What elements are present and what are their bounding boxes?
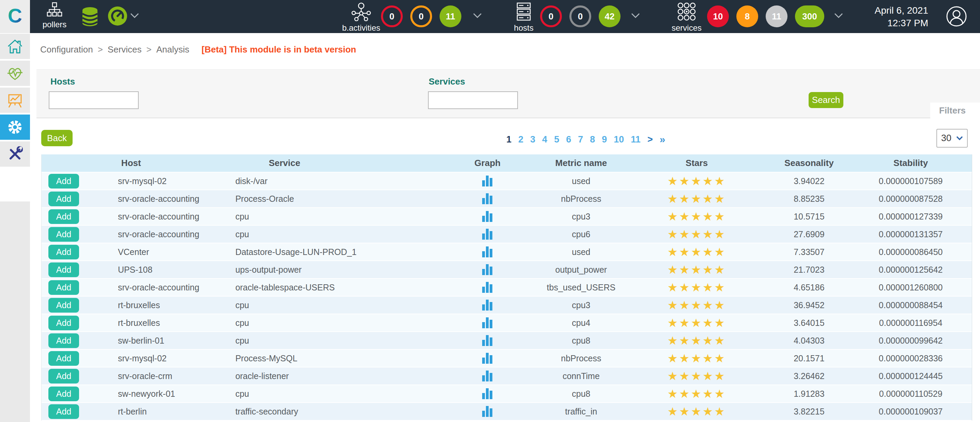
add-button[interactable]: Add xyxy=(48,351,79,366)
b.activities-badge-fill-green[interactable]: 11 xyxy=(439,5,461,27)
search-button[interactable]: Search xyxy=(808,92,843,108)
hosts-badge-ring-red[interactable]: 0 xyxy=(540,5,562,27)
add-button[interactable]: Add xyxy=(48,263,79,277)
select-chevron-down-icon xyxy=(956,136,963,140)
add-button[interactable]: Add xyxy=(48,209,79,224)
services-badge-fill-gray[interactable]: 11 xyxy=(766,5,788,27)
back-button[interactable]: Back xyxy=(41,130,73,146)
add-button[interactable]: Add xyxy=(48,316,79,330)
stability-cell: 0.000000028336 xyxy=(850,350,972,367)
page-link-5[interactable]: 5 xyxy=(554,134,559,145)
page-link-2[interactable]: 2 xyxy=(518,134,523,145)
page-link-3[interactable]: 3 xyxy=(530,134,535,145)
next-page-button[interactable]: > xyxy=(648,134,653,145)
breadcrumb-analysis[interactable]: Analysis xyxy=(156,44,189,55)
hosts-badge-ring-gray[interactable]: 0 xyxy=(570,5,591,27)
gauge-status-icon[interactable] xyxy=(108,6,127,26)
beta-notice: [Beta] This module is in beta version xyxy=(202,44,356,55)
add-button[interactable]: Add xyxy=(48,333,79,348)
pollers-chevron-down-icon[interactable] xyxy=(130,13,139,18)
page-link-1[interactable]: 1 xyxy=(506,134,511,145)
graph-icon[interactable] xyxy=(482,246,494,258)
services-chevron-down-icon[interactable] xyxy=(834,13,843,18)
host-cell: srv-oracle-accounting xyxy=(100,190,225,207)
add-button[interactable]: Add xyxy=(48,369,79,384)
app-logo[interactable]: C xyxy=(0,0,30,33)
page-link-8[interactable]: 8 xyxy=(590,134,595,145)
table-row: Add srv-mysql-02 Process-MySQL nbProcess… xyxy=(41,350,972,367)
page-link-7[interactable]: 7 xyxy=(578,134,583,145)
ba-entity[interactable]: b.activities xyxy=(341,2,382,33)
graph-icon[interactable] xyxy=(482,299,494,311)
hosts-badges: 0042 xyxy=(540,5,620,27)
services-filter-input[interactable] xyxy=(428,91,518,109)
metric-cell: cpu8 xyxy=(538,332,625,349)
add-button[interactable]: Add xyxy=(48,280,79,295)
add-button[interactable]: Add xyxy=(48,245,79,260)
sidebar-item-reporting[interactable] xyxy=(0,88,30,113)
services-badge-fill-orange[interactable]: 8 xyxy=(737,5,758,27)
host-cell: VCenter xyxy=(100,244,225,260)
graph-icon[interactable] xyxy=(482,405,494,417)
hosts-badge-fill-green[interactable]: 42 xyxy=(599,5,620,27)
hosts-chevron-down-icon[interactable] xyxy=(631,13,640,18)
sidebar-item-configuration[interactable] xyxy=(0,115,30,140)
pollers-entity[interactable]: pollers xyxy=(40,2,69,29)
ba-chevron-down-icon[interactable] xyxy=(473,13,482,18)
add-button[interactable]: Add xyxy=(48,191,79,206)
page-link-9[interactable]: 9 xyxy=(602,134,607,145)
page-link-6[interactable]: 6 xyxy=(566,134,571,145)
add-button[interactable]: Add xyxy=(48,227,79,242)
table-body: Add srv-mysql-02 disk-/var used ★★★★★ 3.… xyxy=(41,172,972,420)
metric-cell: cpu3 xyxy=(538,208,625,225)
stability-cell: 0.000000124445 xyxy=(850,368,972,384)
graph-icon[interactable] xyxy=(482,370,494,382)
add-button[interactable]: Add xyxy=(48,174,79,188)
graph-icon[interactable] xyxy=(482,210,494,223)
graph-icon[interactable] xyxy=(482,175,494,187)
sidebar-item-home[interactable] xyxy=(0,34,30,59)
page-size-value: 30 xyxy=(941,133,951,143)
graph-icon[interactable] xyxy=(482,193,494,205)
database-status-icon[interactable] xyxy=(81,7,99,27)
sidebar-item-monitoring[interactable] xyxy=(0,61,30,86)
add-button[interactable]: Add xyxy=(48,387,79,401)
graph-icon[interactable] xyxy=(482,388,494,400)
last-page-button[interactable]: » xyxy=(660,134,665,145)
header-graph: Graph xyxy=(438,154,538,172)
metric-cell: cpu4 xyxy=(538,314,625,331)
page-link-10[interactable]: 10 xyxy=(614,134,624,145)
hosts-filter-input[interactable] xyxy=(49,91,139,109)
user-avatar-icon[interactable] xyxy=(946,6,967,27)
graph-icon[interactable] xyxy=(482,334,494,347)
home-icon xyxy=(7,39,23,54)
filters-toggle[interactable]: Filters xyxy=(930,103,980,119)
b.activities-badge-ring-orange[interactable]: 0 xyxy=(410,5,432,27)
sidebar-nav xyxy=(0,33,30,422)
add-button[interactable]: Add xyxy=(48,404,79,419)
b.activities-badge-ring-red[interactable]: 0 xyxy=(381,5,403,27)
table-row: Add srv-oracle-accounting oracle-tablesp… xyxy=(41,279,972,296)
graph-icon[interactable] xyxy=(482,281,494,293)
page-link-11[interactable]: 11 xyxy=(631,134,641,145)
hosts-label: hosts xyxy=(508,23,539,33)
page-size-select[interactable]: 30 xyxy=(936,129,968,148)
service-cell: cpu xyxy=(225,314,438,331)
breadcrumb-configuration[interactable]: Configuration xyxy=(40,44,93,55)
seasonality-cell: 1.91283 xyxy=(768,385,850,402)
breadcrumb-services[interactable]: Services xyxy=(108,44,142,55)
graph-icon[interactable] xyxy=(482,317,494,329)
graph-icon[interactable] xyxy=(482,352,494,365)
sidebar-item-administration[interactable] xyxy=(0,142,30,167)
stability-cell: 0.000000109037 xyxy=(850,403,972,420)
graph-icon[interactable] xyxy=(482,263,494,276)
services-badge-fill-green[interactable]: 300 xyxy=(795,5,824,27)
host-cell: sw-newyork-01 xyxy=(100,385,225,402)
table-row: Add VCenter Datastore-Usage-LUN-PROD_1 u… xyxy=(41,244,972,260)
graph-icon[interactable] xyxy=(482,228,494,240)
hosts-entity[interactable]: hosts xyxy=(508,2,539,33)
page-link-4[interactable]: 4 xyxy=(542,134,547,145)
services-entity[interactable]: services xyxy=(668,2,705,33)
add-button[interactable]: Add xyxy=(48,298,79,312)
services-badge-fill-red[interactable]: 10 xyxy=(707,5,729,27)
